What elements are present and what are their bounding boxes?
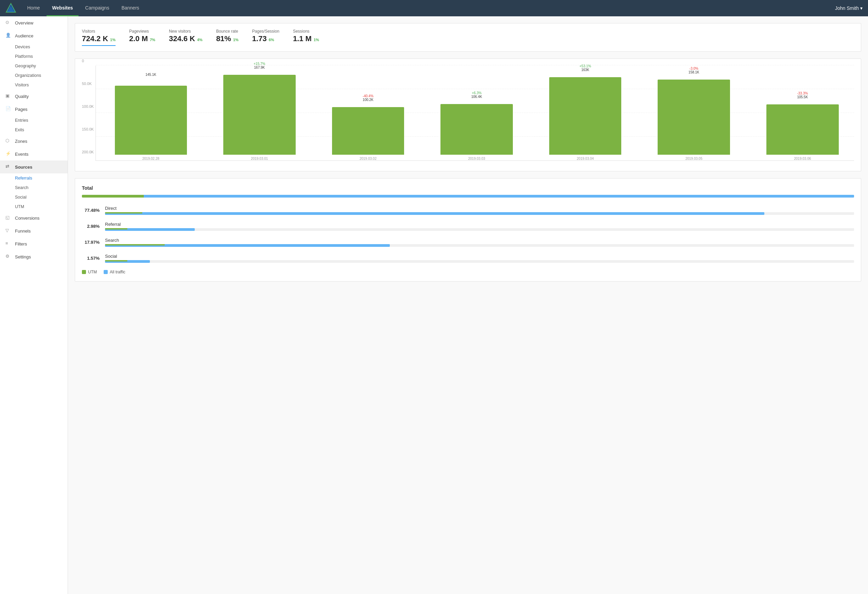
bar-2019.03.02[interactable]: -40.4%100.2K bbox=[332, 107, 404, 155]
bar-label-2019.03.01: +15.7%167.9K bbox=[254, 62, 265, 69]
app-logo[interactable] bbox=[6, 3, 16, 13]
sidebar-label-quality: Quality bbox=[15, 94, 28, 99]
legend-item-utm: UTM bbox=[82, 270, 97, 274]
nav-home[interactable]: Home bbox=[22, 0, 45, 16]
sidebar-label-settings: Settings bbox=[15, 254, 31, 259]
sidebar-item-conversions[interactable]: ◱ Conversions bbox=[0, 211, 68, 225]
events-icon: ⚡ bbox=[6, 151, 12, 157]
source-info-social: Social bbox=[105, 254, 854, 263]
sidebar-item-devices[interactable]: Devices bbox=[0, 42, 68, 52]
sidebar-item-search[interactable]: Search bbox=[0, 183, 68, 192]
grid-line-200k bbox=[96, 65, 854, 65]
sidebar-item-visitors[interactable]: Visitors bbox=[0, 80, 68, 90]
sidebar-item-audience[interactable]: 👤 Audience bbox=[0, 29, 68, 42]
sidebar-item-entries[interactable]: Entries bbox=[0, 115, 68, 125]
sidebar-item-settings[interactable]: ⚙ Settings bbox=[0, 250, 68, 263]
source-rows: 77.48% Direct 2.98% Referral 17.97% Sear… bbox=[82, 206, 854, 263]
stat-bounce-rate: Bounce rate 81% 1% bbox=[216, 29, 239, 46]
sidebar-item-referrals[interactable]: Referrals bbox=[0, 173, 68, 183]
nav-campaigns[interactable]: Campaigns bbox=[80, 0, 115, 16]
sidebar-item-pages[interactable]: 📄 Pages bbox=[0, 103, 68, 115]
nav-links: Home Websites Campaigns Banners bbox=[22, 0, 835, 16]
bar-2019.03.04[interactable]: +53.1%163K bbox=[549, 77, 621, 155]
quality-icon: ▣ bbox=[6, 93, 12, 99]
legend-dot-utm bbox=[82, 270, 86, 274]
source-name-search: Search bbox=[105, 238, 854, 243]
bar-2019.02.28[interactable]: 145.1K bbox=[115, 86, 187, 155]
bar-x-label-2019.03.01: 2019.03.01 bbox=[251, 157, 268, 161]
source-info-direct: Direct bbox=[105, 206, 854, 215]
stat-new-visitors: New visitors 324.6 K 4% bbox=[169, 29, 202, 46]
bar-group-2019.03.02: -40.4%100.2K2019.03.02 bbox=[316, 66, 420, 161]
stat-sessions-value: 1.1 M bbox=[293, 34, 311, 43]
sidebar-item-social[interactable]: Social bbox=[0, 192, 68, 202]
bar-group-2019.03.05: -3.0%158.1K2019.03.05 bbox=[642, 66, 745, 161]
stat-sessions-change: 1% bbox=[314, 38, 319, 42]
source-row-social: 1.57% Social bbox=[82, 254, 854, 263]
source-row-referral: 2.98% Referral bbox=[82, 222, 854, 231]
sidebar-item-geography[interactable]: Geography bbox=[0, 61, 68, 71]
sidebar-label-audience: Audience bbox=[15, 33, 33, 38]
sidebar-item-quality[interactable]: ▣ Quality bbox=[0, 90, 68, 103]
source-bar-blue-direct bbox=[105, 212, 764, 215]
sidebar-label-conversions: Conversions bbox=[15, 216, 40, 221]
stat-pages-session-value: 1.73 bbox=[252, 34, 267, 43]
stat-pageviews-label: Pageviews bbox=[129, 29, 155, 34]
stat-bounce-rate-change: 1% bbox=[233, 38, 239, 42]
stat-visitors: Visitors 724.2 K 1% bbox=[82, 29, 115, 46]
sidebar-item-sources[interactable]: ⇄ Sources bbox=[0, 161, 68, 173]
stat-pageviews-value: 2.0 M bbox=[129, 34, 148, 43]
legend-label-utm: UTM bbox=[88, 270, 97, 274]
user-name: John Smith bbox=[835, 6, 859, 11]
bar-2019.03.06[interactable]: -33.3%105.5K bbox=[766, 104, 839, 155]
sidebar-item-exits[interactable]: Exits bbox=[0, 125, 68, 134]
bar-chart-container: 200.0K 150.0K 100.0K 50.0K 0 145.1K2019.… bbox=[75, 59, 861, 171]
sidebar-item-organizations[interactable]: Organizations bbox=[0, 71, 68, 80]
audience-icon: 👤 bbox=[6, 33, 12, 39]
total-bar bbox=[82, 195, 854, 198]
source-bar-green-search bbox=[105, 244, 165, 245]
bar-group-2019.03.03: +6.3%106.4K2019.03.03 bbox=[425, 66, 528, 161]
source-pct-search: 17.97% bbox=[82, 240, 100, 245]
source-pct-referral: 2.98% bbox=[82, 224, 100, 229]
chevron-down-icon: ▾ bbox=[860, 6, 862, 11]
sidebar-item-platforms[interactable]: Platforms bbox=[0, 52, 68, 61]
total-bar-green bbox=[82, 195, 144, 198]
stat-bounce-rate-value: 81% bbox=[216, 34, 231, 43]
bar-chart: 145.1K2019.02.28+15.7%167.9K2019.03.01-4… bbox=[96, 66, 854, 161]
source-name-social: Social bbox=[105, 254, 854, 259]
sidebar-item-utm[interactable]: UTM bbox=[0, 202, 68, 211]
bar-2019.03.01[interactable]: +15.7%167.9K bbox=[223, 75, 296, 155]
bar-label-2019.03.02: -40.4%100.2K bbox=[363, 94, 373, 102]
stat-pages-session: Pages/Session 1.73 6% bbox=[252, 29, 279, 46]
stat-visitors-label: Visitors bbox=[82, 29, 115, 34]
conversions-icon: ◱ bbox=[6, 215, 12, 221]
stat-visitors-value: 724.2 K bbox=[82, 34, 108, 43]
legend-item-all-traffic: All traffic bbox=[104, 270, 125, 274]
sidebar-item-filters[interactable]: ≡ Filters bbox=[0, 237, 68, 250]
sidebar-item-overview[interactable]: ⊙ Overview bbox=[0, 16, 68, 29]
stat-sessions-label: Sessions bbox=[293, 29, 319, 34]
user-menu[interactable]: John Smith ▾ bbox=[835, 6, 862, 11]
sidebar-label-overview: Overview bbox=[15, 21, 33, 25]
bar-label-2019.03.03: +6.3%106.4K bbox=[471, 91, 482, 99]
bar-2019.03.05[interactable]: -3.0%158.1K bbox=[658, 80, 730, 155]
total-bar-blue bbox=[144, 195, 854, 198]
source-info-referral: Referral bbox=[105, 222, 854, 231]
sidebar-item-events[interactable]: ⚡ Events bbox=[0, 148, 68, 161]
sidebar-label-events: Events bbox=[15, 152, 28, 157]
source-name-referral: Referral bbox=[105, 222, 854, 227]
nav-websites[interactable]: Websites bbox=[47, 0, 78, 16]
sidebar-item-funnels[interactable]: ▽ Funnels bbox=[0, 225, 68, 237]
legend-dot-all-traffic bbox=[104, 270, 108, 274]
funnels-icon: ▽ bbox=[6, 228, 12, 234]
sidebar-label-funnels: Funnels bbox=[15, 229, 31, 233]
bar-label-2019.02.28: 145.1K bbox=[145, 73, 156, 77]
sidebar-item-zones[interactable]: ⬡ Zones bbox=[0, 134, 68, 148]
y-axis-labels: 200.0K 150.0K 100.0K 50.0K 0 bbox=[82, 59, 94, 154]
overview-icon: ⊙ bbox=[6, 20, 12, 26]
nav-banners[interactable]: Banners bbox=[116, 0, 145, 16]
bar-2019.03.03[interactable]: +6.3%106.4K bbox=[440, 104, 513, 155]
bar-x-label-2019.03.04: 2019.03.04 bbox=[577, 157, 594, 161]
stat-new-visitors-label: New visitors bbox=[169, 29, 202, 34]
